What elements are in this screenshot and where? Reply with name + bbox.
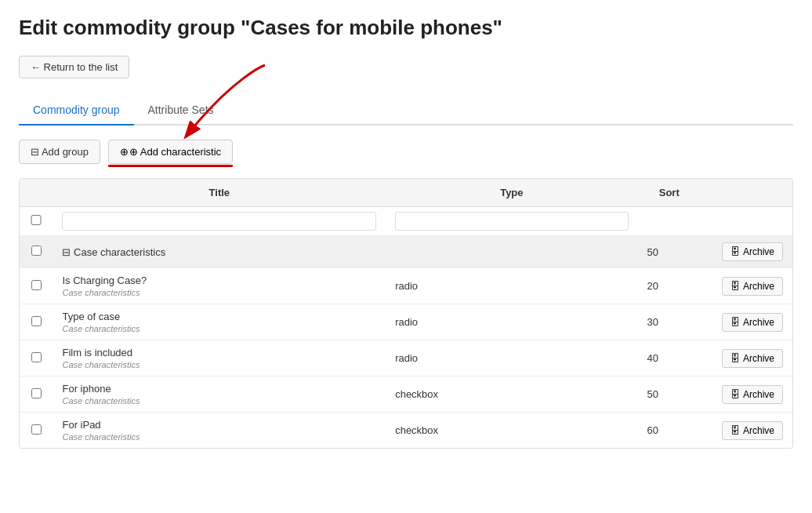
item-title: Type of case — [62, 311, 120, 322]
toolbar: ⊟ Add group ⊕ ⊕ Add characteristic — [19, 140, 793, 164]
archive-icon: 🗄 — [730, 353, 740, 364]
archive-button[interactable]: 🗄 Archive — [722, 385, 783, 404]
tab-commodity-group[interactable]: Commodity group — [19, 96, 134, 126]
item-type-cell: radio — [386, 304, 637, 340]
item-type-value: checkbox — [395, 388, 438, 400]
group-sort-cell: 50 — [638, 236, 701, 268]
item-action-cell: 🗄 Archive — [701, 340, 792, 377]
item-title: Is Charging Case? — [62, 275, 147, 286]
table-row: Is Charging Case? Case characteristics r… — [20, 268, 792, 304]
archive-button[interactable]: 🗄 Archive — [722, 277, 783, 296]
item-sort-value: 60 — [647, 424, 658, 436]
group-action-cell: 🗄 Archive — [701, 236, 792, 268]
item-row-checkbox[interactable] — [31, 280, 42, 290]
item-checkbox-cell — [20, 340, 53, 377]
group-title-cell: ⊟ Case characteristics — [53, 236, 386, 268]
item-parent-label: Case characteristics — [62, 288, 376, 297]
active-indicator — [108, 165, 233, 167]
select-all-checkbox[interactable] — [29, 215, 43, 225]
table-wrapper: Title Type Sort — [19, 178, 793, 449]
page-title: Edit commodity group "Cases for mobile p… — [19, 16, 793, 40]
item-sort-cell: 50 — [638, 377, 701, 413]
table-row: ⊟ Case characteristics 50 🗄 Archive — [20, 236, 792, 268]
item-checkbox-cell — [20, 377, 53, 413]
filter-type-cell — [386, 207, 637, 236]
item-sort-value: 30 — [647, 316, 658, 328]
archive-label: Archive — [743, 317, 774, 328]
page-container: Edit commodity group "Cases for mobile p… — [0, 0, 812, 464]
back-btn-row: ← Return to the list — [19, 56, 793, 78]
tab-attribute-sets[interactable]: Attribute Sets — [134, 96, 228, 126]
archive-icon: 🗄 — [730, 246, 740, 257]
item-action-cell: 🗄 Archive — [701, 413, 792, 449]
item-title: For iPad — [62, 419, 100, 431]
archive-button[interactable]: 🗄 Archive — [722, 242, 783, 261]
add-characteristic-label: ⊕ Add characteristic — [129, 146, 221, 158]
item-sort-value: 40 — [647, 352, 658, 364]
item-title-cell: Type of case Case characteristics — [53, 304, 386, 340]
archive-icon: 🗄 — [730, 425, 740, 436]
item-row-checkbox[interactable] — [31, 388, 42, 398]
header-type: Type — [386, 179, 637, 207]
item-checkbox-cell — [20, 413, 53, 449]
archive-button[interactable]: 🗄 Archive — [722, 349, 783, 368]
filter-title-input[interactable] — [62, 212, 376, 231]
filter-action-cell — [701, 207, 792, 236]
item-checkbox-cell — [20, 268, 53, 304]
item-action-cell: 🗄 Archive — [701, 268, 792, 304]
item-parent-label: Case characteristics — [62, 432, 376, 442]
item-type-value: checkbox — [395, 424, 438, 436]
archive-label: Archive — [743, 353, 774, 364]
header-action — [701, 179, 792, 207]
table-row: Film is included Case characteristics ra… — [20, 340, 792, 377]
header-checkbox-col — [20, 179, 53, 207]
item-title: For iphone — [62, 383, 111, 395]
archive-icon: 🗄 — [730, 389, 740, 400]
item-title: Film is included — [62, 347, 132, 358]
add-characteristic-wrapper: ⊕ ⊕ Add characteristic — [108, 140, 233, 164]
item-sort-value: 20 — [647, 280, 658, 292]
characteristics-table: Title Type Sort — [20, 179, 792, 448]
item-row-checkbox[interactable] — [31, 316, 42, 326]
item-sort-cell: 20 — [638, 268, 701, 304]
filter-row — [20, 207, 792, 236]
archive-label: Archive — [743, 425, 774, 436]
item-parent-label: Case characteristics — [62, 360, 376, 369]
filter-type-input[interactable] — [395, 212, 628, 231]
item-parent-label: Case characteristics — [62, 324, 376, 333]
item-checkbox-cell — [20, 304, 53, 340]
item-sort-cell: 40 — [638, 340, 701, 377]
archive-button[interactable]: 🗄 Archive — [722, 313, 783, 332]
group-checkbox-cell — [20, 236, 53, 268]
filter-sort-cell — [638, 207, 701, 236]
table-header-row: Title Type Sort — [20, 179, 792, 207]
item-type-cell: radio — [386, 340, 637, 377]
item-sort-value: 50 — [647, 388, 658, 400]
item-title-cell: Film is included Case characteristics — [53, 340, 386, 377]
item-action-cell: 🗄 Archive — [701, 304, 792, 340]
filter-checkbox-cell — [20, 207, 53, 236]
group-title: Case characteristics — [74, 246, 165, 258]
header-title: Title — [53, 179, 386, 207]
archive-label: Archive — [743, 281, 774, 292]
item-sort-cell: 60 — [638, 413, 701, 449]
table-row: Type of case Case characteristics radio … — [20, 304, 792, 340]
return-to-list-button[interactable]: ← Return to the list — [19, 56, 129, 78]
archive-button[interactable]: 🗄 Archive — [722, 421, 783, 440]
group-row-checkbox[interactable] — [31, 246, 42, 256]
item-type-cell: radio — [386, 268, 637, 304]
item-row-checkbox[interactable] — [31, 424, 42, 435]
plus-icon: ⊕ — [120, 146, 129, 158]
table-row: For iphone Case characteristics checkbox… — [20, 377, 792, 413]
group-sort-value: 50 — [647, 246, 658, 258]
add-group-button[interactable]: ⊟ Add group — [19, 140, 100, 164]
add-characteristic-button[interactable]: ⊕ ⊕ Add characteristic — [108, 140, 233, 164]
item-type-cell: checkbox — [386, 377, 637, 413]
table-row: For iPad Case characteristics checkbox 6… — [20, 413, 792, 449]
item-row-checkbox[interactable] — [31, 352, 42, 362]
item-parent-label: Case characteristics — [62, 396, 376, 406]
item-type-cell: checkbox — [386, 413, 637, 449]
item-sort-cell: 30 — [638, 304, 701, 340]
item-title-cell: Is Charging Case? Case characteristics — [53, 268, 386, 304]
archive-label: Archive — [743, 246, 774, 257]
